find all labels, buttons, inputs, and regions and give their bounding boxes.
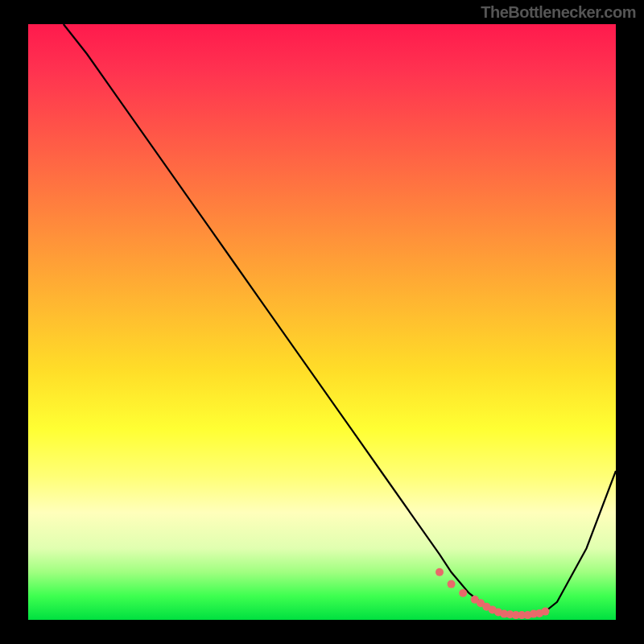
highlight-dot	[448, 580, 456, 588]
highlight-dot	[459, 589, 467, 597]
attribution-text: TheBottlenecker.com	[481, 3, 636, 22]
highlight-dot	[436, 568, 444, 576]
chart-frame	[28, 24, 616, 620]
chart-svg	[28, 24, 616, 620]
bottleneck-curve	[64, 24, 616, 615]
highlight-dots	[436, 568, 549, 619]
highlight-dot	[541, 608, 549, 616]
